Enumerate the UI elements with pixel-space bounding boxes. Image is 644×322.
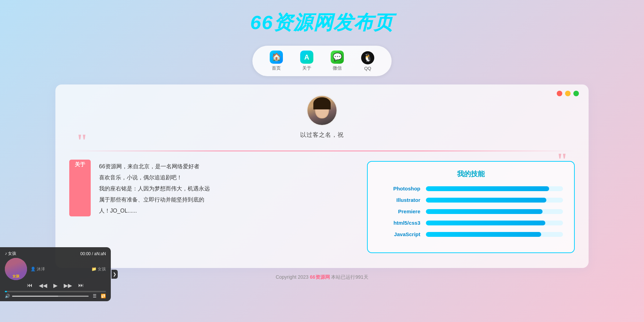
progress-track[interactable] <box>5 291 106 292</box>
player-info: 👤 沐泽 📁 女孩 <box>30 266 106 272</box>
skill-bar-fill <box>426 209 543 214</box>
player-folder-name: 女孩 <box>98 267 106 271</box>
player-time: 00:00 / aN:aN <box>80 251 106 256</box>
player-folder: 📁 女孩 <box>91 266 106 272</box>
skill-name: Photoshop <box>379 186 420 191</box>
skill-row: Illustrator <box>379 197 563 203</box>
profile-divider <box>69 151 575 151</box>
page-title: 66资源网发布页 <box>0 10 644 36</box>
about-text: 66资源网，来自北京，是一名网络爱好者 喜欢音乐，小说，偶尔追追剧吧！ 我的座右… <box>99 161 353 216</box>
skill-row: html5/css3 <box>379 220 563 226</box>
skill-row: Photoshop <box>379 186 563 191</box>
skill-bar-bg <box>426 232 563 237</box>
about-line3: 我的座右铭是：人因为梦想而伟大，机遇永远 <box>99 186 210 191</box>
player-middle: 女孩 👤 沐泽 📁 女孩 <box>5 258 106 280</box>
footer-run-text: 本站已运行991天 <box>330 274 368 280</box>
skill-bar-fill <box>426 186 549 191</box>
player-play-btn[interactable]: ▶ <box>53 282 57 289</box>
profile-section: 以过客之名，祝 <box>69 95 575 147</box>
player-artist-name: 沐泽 <box>37 267 45 271</box>
nav-item-qq[interactable]: 🐧 QQ <box>358 50 378 72</box>
skill-bar-fill <box>426 221 545 225</box>
skill-bar-bg <box>426 221 563 225</box>
quote-left: " <box>76 129 88 153</box>
player-song-label: ♪ 女孩 <box>5 251 16 257</box>
about-line4: 属于那些有准备、立即行动并能坚持到底的 <box>99 197 204 203</box>
skill-name: Premiere <box>379 208 420 214</box>
skill-name: JavaScript <box>379 231 420 237</box>
about-line1: 66资源网，来自北京，是一名网络爱好者 <box>99 163 199 169</box>
avatar-image <box>307 96 337 125</box>
window-maximize-btn[interactable] <box>573 91 579 96</box>
home-icon: 🏠 <box>270 51 283 64</box>
nav-label-about: 关于 <box>302 65 311 71</box>
volume-icon: 🔊 <box>5 294 10 298</box>
player-artist: 👤 沐泽 <box>30 266 45 272</box>
window-close-btn[interactable] <box>557 91 562 96</box>
footer-link[interactable]: 66资源网 <box>310 274 330 280</box>
quote-right: " <box>556 149 568 172</box>
playlist-icon[interactable]: ☰ <box>93 294 97 298</box>
nav-item-home[interactable]: 🏠 首页 <box>266 49 286 73</box>
skills-box: 我的技能 Photoshop Illustrator Premiere html… <box>367 161 575 253</box>
window-minimize-btn[interactable] <box>565 91 571 96</box>
skill-bar-bg <box>426 209 563 214</box>
skill-bar-fill <box>426 232 541 237</box>
nav-item-about[interactable]: A 关于 <box>297 49 317 73</box>
player-rewind-btn[interactable]: ◀◀ <box>39 282 47 289</box>
skill-name: html5/css3 <box>379 220 420 226</box>
volume-track[interactable] <box>12 296 89 297</box>
nav-inner: 🏠 首页 A 关于 💬 微信 🐧 QQ <box>252 46 392 76</box>
skills-title: 我的技能 <box>379 169 563 179</box>
window-controls <box>557 91 579 96</box>
player-song-name: 女孩 <box>8 251 16 256</box>
volume-fill <box>12 296 58 297</box>
player-progress[interactable] <box>5 291 106 292</box>
avatar <box>306 95 338 126</box>
about-line5: 人！JO_OL...... <box>99 208 137 214</box>
about-icon: A <box>300 51 313 64</box>
player-volume: 🔊 ☰ 🔁 <box>5 294 106 298</box>
player-prev-btn[interactable]: ⏮ <box>27 282 33 289</box>
player-forward-btn[interactable]: ▶▶ <box>64 282 72 289</box>
player-controls: ⏮ ◀◀ ▶ ▶▶ ⏭ <box>5 282 106 289</box>
nav-bar: 🏠 首页 A 关于 💬 微信 🐧 QQ <box>0 46 644 76</box>
footer-copyright: Copyright 2023 <box>276 274 310 280</box>
nav-item-wechat[interactable]: 💬 微信 <box>327 49 347 73</box>
qq-icon: 🐧 <box>361 51 374 64</box>
skill-name: Illustrator <box>379 197 420 203</box>
nav-label-home: 首页 <box>272 65 281 71</box>
player-toggle-btn[interactable]: ❯ <box>111 270 118 279</box>
nav-label-qq: QQ <box>364 66 371 71</box>
about-left: 关于 66资源网，来自北京，是一名网络爱好者 喜欢音乐，小说，偶尔追追剧吧！ 我… <box>69 161 353 216</box>
player-top: ♪ 女孩 00:00 / aN:aN <box>5 251 106 257</box>
loop-icon[interactable]: 🔁 <box>101 294 106 298</box>
skill-bar-bg <box>426 186 563 191</box>
progress-fill <box>5 291 7 292</box>
about-section: 关于 66资源网，来自北京，是一名网络爱好者 喜欢音乐，小说，偶尔追追剧吧！ 我… <box>69 161 575 253</box>
skill-row: JavaScript <box>379 231 563 237</box>
wechat-icon: 💬 <box>331 51 344 64</box>
about-line2: 喜欢音乐，小说，偶尔追追剧吧！ <box>99 175 182 180</box>
player-next-btn[interactable]: ⏭ <box>78 282 84 289</box>
skill-row: Premiere <box>379 208 563 214</box>
music-player: ♪ 女孩 00:00 / aN:aN 女孩 👤 沐泽 📁 女孩 ⏮ ◀◀ ▶ ▶… <box>0 247 111 301</box>
player-avatar-text: 女孩 <box>12 274 19 279</box>
nav-label-wechat: 微信 <box>333 65 342 71</box>
skill-bar-fill <box>426 198 546 203</box>
profile-quote: 以过客之名，祝 <box>300 131 344 139</box>
skill-bar-bg <box>426 198 563 203</box>
skills-list: Photoshop Illustrator Premiere html5/css… <box>379 186 563 237</box>
player-avatar: 女孩 <box>5 258 27 280</box>
about-tag: 关于 <box>69 160 91 216</box>
page-header: 66资源网发布页 <box>0 0 644 42</box>
main-card: " 以过客之名，祝 " 关于 66资源网，来自北京，是一名网络爱好者 喜欢音乐，… <box>55 84 589 268</box>
